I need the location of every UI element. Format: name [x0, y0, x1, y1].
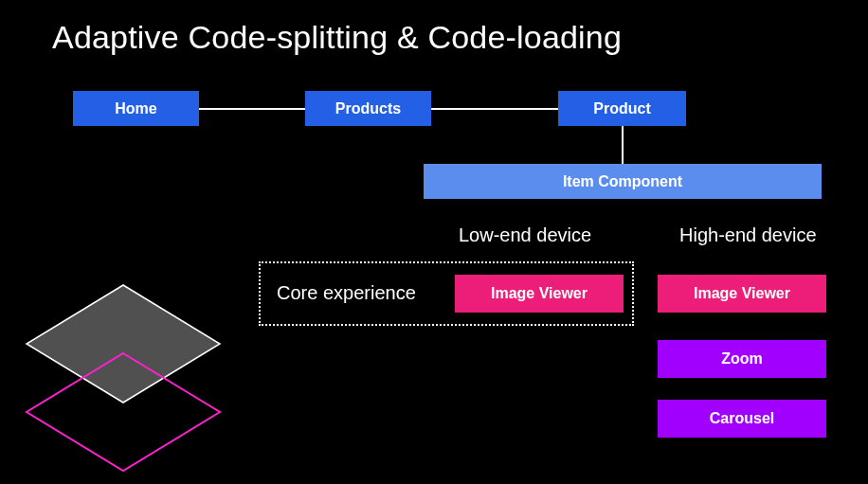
layers-icon	[9, 279, 237, 478]
svg-marker-0	[27, 285, 220, 403]
module-high-image-viewer: Image Viewer	[658, 275, 826, 313]
label-low-end: Low-end device	[459, 224, 591, 246]
module-low-image-viewer: Image Viewer	[455, 275, 624, 313]
module-carousel: Carousel	[658, 400, 826, 438]
page-title: Adaptive Code-splitting & Code-loading	[52, 19, 622, 56]
connector-line	[431, 108, 558, 110]
node-home: Home	[73, 91, 199, 126]
connector-line	[199, 108, 305, 110]
node-products: Products	[305, 91, 431, 126]
connector-line	[622, 126, 624, 164]
module-zoom: Zoom	[658, 340, 826, 378]
svg-marker-1	[27, 353, 220, 471]
label-core-experience: Core experience	[277, 282, 416, 304]
node-product: Product	[558, 91, 686, 126]
node-item-component: Item Component	[424, 164, 822, 199]
label-high-end: High-end device	[679, 224, 817, 246]
